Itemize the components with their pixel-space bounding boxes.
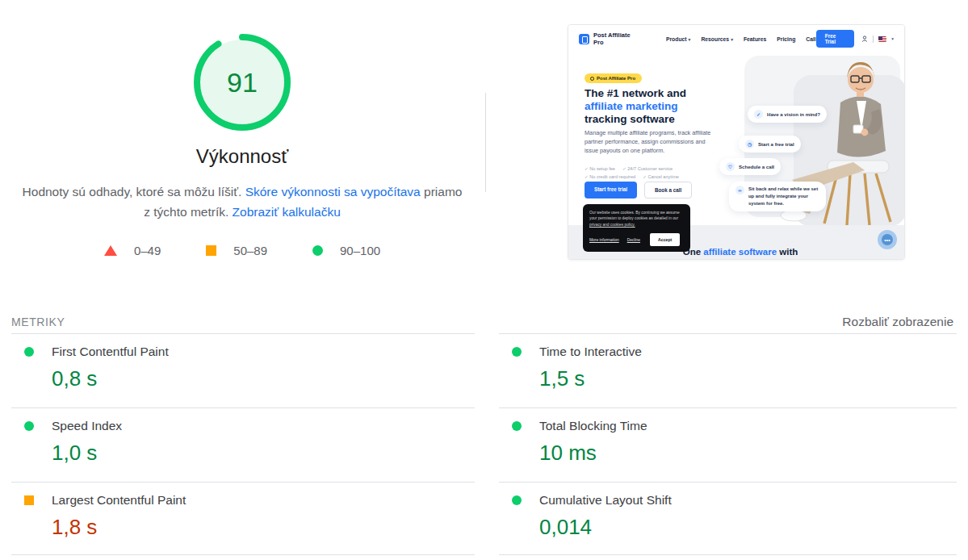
check-cancel-anytime: ✓ Cancel anytime xyxy=(643,174,679,179)
metric-speed-index: Speed Index 1,0 s xyxy=(11,407,475,482)
nav-pricing: Pricing xyxy=(777,36,795,42)
vision-icon: ✓ xyxy=(754,110,763,119)
metrics-section-title: METRIKY xyxy=(11,316,65,328)
metric-label: Time to Interactive xyxy=(539,345,642,359)
check-customer-service: ✓ 24/7 Customer service xyxy=(622,166,673,171)
chat-bubble-vision: ✓ Have a vision in mind? xyxy=(748,106,827,123)
metric-value: 1,0 s xyxy=(52,441,475,466)
category-title: Výkonnosť xyxy=(196,145,288,168)
legend-item-average: 50–89 xyxy=(206,244,267,257)
nav-features: Features xyxy=(744,36,766,42)
metric-value: 10 ms xyxy=(539,441,957,466)
language-flag-icon xyxy=(878,36,886,42)
summary-vertical-divider xyxy=(485,93,486,192)
performance-summary: 91 Výkonnosť Hodnoty sú odhady, ktoré sa… xyxy=(0,0,968,303)
nav-product: Product▾ xyxy=(666,36,690,42)
nav-resources: Resources▾ xyxy=(701,36,733,42)
free-trial-button: Free Trial xyxy=(816,30,854,48)
metric-value: 1,8 s xyxy=(52,515,475,540)
pass-circle-icon xyxy=(24,347,34,357)
chat-bubble-relax: ∞ Sit back and relax while we set up and… xyxy=(729,182,826,211)
metrics-right-column: Time to Interactive 1,5 s Total Blocking… xyxy=(499,333,957,555)
pass-circle-icon xyxy=(512,495,522,505)
pass-range-label: 90–100 xyxy=(340,244,380,257)
metric-cumulative-layout-shift: Cumulative Layout Shift 0,014 xyxy=(499,482,957,555)
screenshot-navbar: Post Affiliate Pro Product▾ Resources▾ F… xyxy=(568,25,904,52)
chevron-down-icon: ▾ xyxy=(731,37,733,42)
chat-widget-button: ••• xyxy=(878,230,897,249)
metric-label: Speed Index xyxy=(52,419,122,433)
metric-value: 1,5 s xyxy=(539,366,957,391)
screenshot-hero: Post Affiliate Pro The #1 network and af… xyxy=(568,52,904,227)
cookie-decline-link: Decline xyxy=(627,237,640,244)
clock-icon: ◷ xyxy=(745,140,754,148)
cookie-policy-link: privacy and cookies policy. xyxy=(589,223,635,227)
metric-total-blocking-time: Total Blocking Time 10 ms xyxy=(499,407,957,482)
user-icon xyxy=(861,36,868,42)
legend-item-pass: 90–100 xyxy=(312,244,380,257)
hero-checklist: ✓ No setup fee ✓ 24/7 Customer service ✓… xyxy=(585,166,679,182)
heart-icon: ♡ xyxy=(726,162,735,171)
score-legend: 0–49 50–89 90–100 xyxy=(104,244,380,257)
performance-gauge: 91 xyxy=(194,34,291,131)
metrics-left-column: First Contentful Paint 0,8 s Speed Index… xyxy=(11,333,475,555)
chat-bubble-trial: ◷ Start a free trial xyxy=(739,136,801,153)
metric-first-contentful-paint: First Contentful Paint 0,8 s xyxy=(11,333,475,407)
metrics-columns: First Contentful Paint 0,8 s Speed Index… xyxy=(11,333,957,555)
score-description: Hodnoty sú odhady, ktoré sa môžu líšiť. … xyxy=(23,182,463,222)
hero-cta-row: Start free trial Book a call xyxy=(585,182,692,199)
nav-call: Call xyxy=(806,36,815,42)
cookie-more-info-link: More information xyxy=(589,237,619,244)
hero-heading-line2: affiliate marketing xyxy=(585,100,686,113)
check-no-credit-card: ✓ No credit card required xyxy=(585,174,635,179)
fail-triangle-icon xyxy=(104,245,117,256)
final-screenshot-thumbnail: Post Affiliate Pro Product▾ Resources▾ F… xyxy=(568,24,905,260)
metric-label: Largest Contentful Paint xyxy=(52,493,186,508)
site-nav-links: Product▾ Resources▾ Features Pricing Cal… xyxy=(666,36,816,42)
book-a-call-button: Book a call xyxy=(644,182,692,199)
hero-heading: The #1 network and affiliate marketing t… xyxy=(585,87,686,125)
metric-value: 0,014 xyxy=(539,515,957,540)
pass-circle-icon xyxy=(512,421,522,431)
pass-circle-icon xyxy=(312,245,323,256)
view-calculator-link[interactable]: Zobraziť kalkulačku xyxy=(233,205,341,219)
lightbulb-icon xyxy=(590,77,594,81)
performance-score-value: 91 xyxy=(194,34,291,131)
metric-label: First Contentful Paint xyxy=(52,345,169,359)
pass-circle-icon xyxy=(24,421,34,431)
description-text: Hodnoty sú odhady, ktoré sa môžu líšiť. xyxy=(23,185,245,199)
hero-heading-line1: The #1 network and xyxy=(585,87,686,100)
metric-time-to-interactive: Time to Interactive 1,5 s xyxy=(499,333,957,407)
chevron-down-icon: ▾ xyxy=(689,37,691,42)
site-brand: Post Affiliate Pro xyxy=(593,31,637,46)
cookie-actions: More information Decline Accept xyxy=(589,233,684,246)
link-icon: ∞ xyxy=(735,186,744,194)
metric-largest-contentful-paint: Largest Contentful Paint 1,8 s xyxy=(11,482,475,555)
check-no-setup-fee: ✓ No setup fee xyxy=(585,166,615,171)
hero-heading-line3: tracking software xyxy=(585,113,686,126)
pass-circle-icon xyxy=(512,347,522,357)
cookie-banner: Our website uses cookies. By continuing … xyxy=(583,204,690,252)
site-logo-icon xyxy=(579,34,589,44)
average-range-label: 50–89 xyxy=(233,244,267,257)
hero-badge: Post Affiliate Pro xyxy=(585,73,642,83)
chat-bubble-schedule: ♡ Schedule a call xyxy=(719,158,781,175)
cookie-accept-button: Accept xyxy=(650,233,680,246)
start-free-trial-button: Start free trial xyxy=(585,182,637,199)
metric-value: 0,8 s xyxy=(52,366,475,391)
average-square-icon xyxy=(24,495,34,505)
fail-range-label: 0–49 xyxy=(134,244,161,257)
legend-item-fail: 0–49 xyxy=(104,244,161,257)
cookie-text: Our website uses cookies. By continuing … xyxy=(589,210,684,228)
metric-label: Total Blocking Time xyxy=(539,419,647,433)
metrics-header: METRIKY Rozbaliť zobrazenie xyxy=(0,303,968,333)
average-square-icon xyxy=(206,245,216,256)
expand-view-toggle[interactable]: Rozbaliť zobrazenie xyxy=(842,315,953,329)
nav-divider xyxy=(873,36,874,43)
score-calculation-link[interactable]: Skóre výkonnosti sa vypočítava xyxy=(245,185,421,199)
hero-paragraph: Manage multiple affiliate programs, trac… xyxy=(585,129,712,155)
performance-score-panel: 91 Výkonnosť Hodnoty sú odhady, ktoré sa… xyxy=(0,0,484,303)
chevron-down-icon: ▾ xyxy=(891,36,894,41)
metrics-section: METRIKY Rozbaliť zobrazenie First Conten… xyxy=(0,303,968,555)
nav-user-area: ▾ xyxy=(861,36,894,43)
